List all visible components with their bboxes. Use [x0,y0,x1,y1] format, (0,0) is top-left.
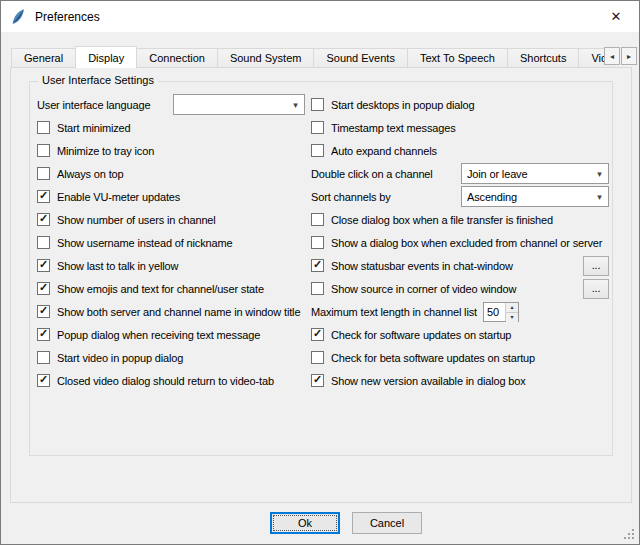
checkbox[interactable]: ✓ [311,213,324,226]
spinner-buttons: ▴ ▾ [505,303,518,321]
check-icon: ✓ [39,282,48,293]
checkbox[interactable]: ✓ [37,328,50,341]
checkbox[interactable]: ✓ [37,374,50,387]
checkbox-label[interactable]: Auto expand channels [331,145,437,157]
sort-channels-row: Sort channels by Ascending ▾ [311,185,613,208]
spin-up-icon[interactable]: ▴ [506,303,518,313]
statusbar-events-row: ✓ Show statusbar events in chat-window .… [311,254,613,277]
checkbox-label[interactable]: Show statusbar events in chat-window [331,260,513,272]
max-text-length-input[interactable]: 50 [484,303,505,321]
checkbox-label[interactable]: Always on top [57,168,124,180]
chevron-down-icon: ▾ [591,192,608,202]
tab-shortcuts[interactable]: Shortcuts [507,48,579,68]
spin-down-icon[interactable]: ▾ [506,313,518,322]
checkbox[interactable]: ✓ [37,213,50,226]
statusbar-events-browse-button[interactable]: ... [583,256,609,276]
checkbox-row: ✓ Start desktops in popup dialog [311,93,613,116]
checkbox-row: ✓ Show last to talk in yellow [37,254,305,277]
right-settings-column: ✓ Start desktops in popup dialog ✓ Times… [311,93,613,392]
checkbox-label[interactable]: Show a dialog box when excluded from cha… [331,237,602,249]
checkbox-row: ✓ Check for software updates on startup [311,323,613,346]
checkbox[interactable]: ✓ [37,259,50,272]
checkbox-label[interactable]: Check for software updates on startup [331,329,511,341]
tab-scroll-left-icon[interactable]: ◂ [604,47,620,65]
check-icon: ✓ [39,305,48,316]
language-dropdown[interactable]: ▾ [173,94,305,115]
app-icon [9,8,27,26]
cancel-button[interactable]: Cancel [352,512,422,534]
checkbox[interactable]: ✓ [311,236,324,249]
sort-channels-dropdown[interactable]: Ascending ▾ [461,186,609,207]
tab-text-to-speech[interactable]: Text To Speech [407,48,508,68]
checkbox[interactable]: ✓ [311,98,324,111]
checkbox[interactable]: ✓ [311,328,324,341]
check-icon: ✓ [39,190,48,201]
tab-display[interactable]: Display [75,46,137,68]
checkbox-row: ✓ Show username instead of nickname [37,231,305,254]
tab-general[interactable]: General [11,48,76,68]
checkbox-label[interactable]: Show both server and channel name in win… [57,306,300,318]
checkbox[interactable]: ✓ [37,305,50,318]
checkbox-label[interactable]: Start desktops in popup dialog [331,99,475,111]
checkbox[interactable]: ✓ [37,144,50,157]
checkbox-row: ✓ Start minimized [37,116,305,139]
checkbox[interactable]: ✓ [37,351,50,364]
checkbox-label[interactable]: Timestamp text messages [331,122,456,134]
checkbox[interactable]: ✓ [311,121,324,134]
checkbox-label[interactable]: Enable VU-meter updates [57,191,180,203]
checkbox[interactable]: ✓ [37,236,50,249]
check-icon: ✓ [313,328,322,339]
checkbox[interactable]: ✓ [37,121,50,134]
checkbox-row: ✓ Auto expand channels [311,139,613,162]
chevron-down-icon: ▾ [287,100,304,110]
resize-grip[interactable] [624,529,636,541]
double-click-label: Double click on a channel [311,168,433,180]
checkbox-row: ✓ Minimize to tray icon [37,139,305,162]
checkbox[interactable]: ✓ [311,374,324,387]
close-icon[interactable]: ✕ [593,1,639,32]
checkbox-label[interactable]: Show last to talk in yellow [57,260,178,272]
group-title: User Interface Settings [38,74,158,86]
checkbox-label[interactable]: Close dialog box when a file transfer is… [331,214,553,226]
tab-scroll-right-icon[interactable]: ▸ [621,47,637,65]
checkbox-label[interactable]: Closed video dialog should return to vid… [57,375,274,387]
checkbox-label[interactable]: Start minimized [57,122,131,134]
checkbox[interactable]: ✓ [37,190,50,203]
check-icon: ✓ [39,328,48,339]
ok-button[interactable]: Ok [270,512,340,534]
checkbox-label[interactable]: Popup dialog when receiving text message [57,329,260,341]
checkbox-row: ✓ Show new version available in dialog b… [311,369,613,392]
checkbox-row: ✓ Show emojis and text for channel/user … [37,277,305,300]
checkbox-label[interactable]: Show new version available in dialog box [331,375,526,387]
language-label: User interface language [37,99,150,111]
window-title: Preferences [35,10,100,24]
checkbox-label[interactable]: Minimize to tray icon [57,145,154,157]
checkbox[interactable]: ✓ [311,282,324,295]
double-click-dropdown[interactable]: Join or leave ▾ [461,163,609,184]
checkbox[interactable]: ✓ [311,144,324,157]
check-icon: ✓ [313,259,322,270]
max-text-length-row: Maximum text length in channel list 50 ▴… [311,300,613,323]
checkbox-label[interactable]: Show username instead of nickname [57,237,232,249]
video-source-browse-button[interactable]: ... [583,279,609,299]
checkbox[interactable]: ✓ [37,282,50,295]
checkbox-row: ✓ Enable VU-meter updates [37,185,305,208]
tab-strip: General Display Connection Sound System … [11,45,616,68]
tab-connection[interactable]: Connection [136,48,218,68]
checkbox-label[interactable]: Show number of users in channel [57,214,216,226]
title-bar[interactable]: Preferences ✕ [1,1,639,32]
checkbox-label[interactable]: Start video in popup dialog [57,352,183,364]
check-icon: ✓ [39,374,48,385]
checkbox-label[interactable]: Check for beta software updates on start… [331,352,535,364]
tab-sound-events[interactable]: Sound Events [313,48,408,68]
checkbox[interactable]: ✓ [311,351,324,364]
tab-sound-system[interactable]: Sound System [217,48,315,68]
checkbox-label[interactable]: Show source in corner of video window [331,283,516,295]
checkbox-label[interactable]: Show emojis and text for channel/user st… [57,283,264,295]
sort-channels-label: Sort channels by [311,191,391,203]
max-text-length-spinner[interactable]: 50 ▴ ▾ [483,302,519,322]
checkbox[interactable]: ✓ [37,167,50,180]
checkbox-row: ✓ Timestamp text messages [311,116,613,139]
checkbox[interactable]: ✓ [311,259,324,272]
check-icon: ✓ [39,259,48,270]
